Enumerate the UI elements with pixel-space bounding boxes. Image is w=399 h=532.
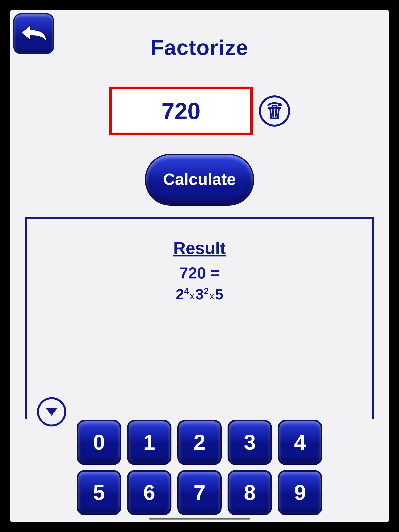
factor-exponent: 4 bbox=[184, 286, 189, 296]
chevron-down-icon bbox=[44, 405, 59, 419]
key-1[interactable]: 1 bbox=[127, 420, 171, 464]
collapse-keypad-button[interactable] bbox=[37, 397, 66, 426]
key-2[interactable]: 2 bbox=[177, 420, 222, 464]
key-label: 8 bbox=[244, 480, 256, 505]
key-label: 3 bbox=[244, 430, 256, 455]
factor-exponent: 2 bbox=[204, 286, 209, 296]
device-frame: Factorize 720 bbox=[0, 0, 399, 532]
key-4[interactable]: 4 bbox=[278, 420, 322, 464]
key-8[interactable]: 8 bbox=[228, 470, 272, 514]
key-6[interactable]: 6 bbox=[127, 470, 171, 514]
factor-base: 3 bbox=[195, 286, 204, 302]
keypad-row: 56789 bbox=[77, 470, 322, 514]
result-factorization: 24x32x5 bbox=[27, 286, 372, 303]
key-label: 9 bbox=[294, 480, 306, 505]
key-label: 4 bbox=[294, 430, 306, 455]
factor-base: 2 bbox=[176, 286, 184, 302]
clear-button[interactable] bbox=[259, 95, 290, 127]
calculate-button[interactable]: Calculate bbox=[145, 154, 254, 204]
app-screen: Factorize 720 bbox=[10, 10, 389, 522]
key-label: 6 bbox=[143, 480, 155, 505]
calculate-label: Calculate bbox=[163, 170, 236, 189]
result-panel: Result 720 = 24x32x5 bbox=[25, 217, 374, 419]
key-0[interactable]: 0 bbox=[77, 420, 121, 464]
keypad-row: 01234 bbox=[77, 420, 322, 464]
numeric-keypad: 01234 56789 bbox=[10, 420, 389, 514]
home-indicator bbox=[149, 518, 250, 519]
key-label: 1 bbox=[143, 430, 155, 455]
result-heading: Result bbox=[27, 238, 372, 258]
multiply-symbol: x bbox=[190, 291, 195, 301]
key-label: 0 bbox=[93, 430, 105, 455]
key-label: 7 bbox=[193, 480, 205, 505]
key-3[interactable]: 3 bbox=[228, 420, 272, 464]
page-title: Factorize bbox=[10, 35, 389, 60]
key-5[interactable]: 5 bbox=[77, 470, 121, 514]
number-input[interactable]: 720 bbox=[109, 87, 253, 135]
key-label: 5 bbox=[93, 480, 105, 505]
result-content: Result 720 = 24x32x5 bbox=[27, 219, 372, 303]
input-row: 720 bbox=[10, 87, 389, 135]
trash-icon bbox=[265, 101, 284, 121]
key-9[interactable]: 9 bbox=[278, 470, 322, 514]
number-input-value: 720 bbox=[161, 98, 200, 124]
factor-base: 5 bbox=[215, 286, 223, 302]
key-7[interactable]: 7 bbox=[177, 470, 222, 514]
key-label: 2 bbox=[193, 430, 205, 455]
multiply-symbol: x bbox=[209, 291, 214, 301]
result-equation: 720 = bbox=[27, 264, 372, 282]
